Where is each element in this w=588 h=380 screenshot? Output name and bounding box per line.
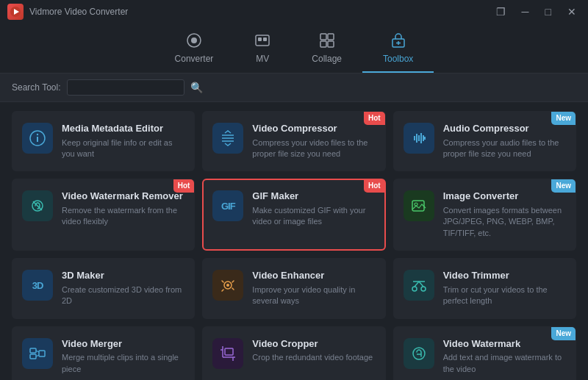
toolbox-icon bbox=[390, 32, 406, 51]
tool-card-video-merger[interactable]: Video MergerMerge multiple clips into a … bbox=[12, 326, 195, 380]
tab-toolbox-label: Toolbox bbox=[383, 54, 413, 64]
tool-card-video-trimmer[interactable]: Video TrimmerTrim or cut your videos to … bbox=[393, 258, 576, 318]
tool-text-video-merger: Video MergerMerge multiple clips into a … bbox=[62, 338, 184, 375]
tool-text-video-cropper: Video CropperCrop the redundant video fo… bbox=[252, 338, 375, 364]
title-bar-left: Vidmore Video Converter bbox=[7, 4, 128, 20]
tool-desc-3d-maker: Create customized 3D video from 2D bbox=[62, 284, 184, 307]
tool-desc-video-cropper: Crop the redundant video footage bbox=[252, 352, 375, 363]
icon-3d-maker: 3D bbox=[22, 270, 53, 301]
maximize-icon[interactable]: □ bbox=[541, 4, 556, 19]
svg-rect-40 bbox=[39, 351, 45, 356]
search-icon[interactable]: 🔍 bbox=[190, 82, 203, 93]
svg-rect-7 bbox=[320, 34, 326, 40]
badge-video-compressor: Hot bbox=[364, 112, 385, 125]
tool-card-3d-maker[interactable]: 3D3D MakerCreate customized 3D video fro… bbox=[12, 258, 195, 318]
title-bar: Vidmore Video Converter ❐ ─ □ ✕ bbox=[0, 0, 588, 24]
tool-text-media-metadata: Media Metadata EditorKeep original file … bbox=[62, 123, 184, 159]
tab-toolbox[interactable]: Toolbox bbox=[362, 26, 434, 73]
tool-name-3d-maker: 3D Maker bbox=[62, 270, 184, 282]
icon-video-trimmer bbox=[404, 270, 434, 301]
tool-card-video-compressor[interactable]: Hot Video CompressorCompress your video … bbox=[202, 111, 385, 171]
icon-video-cropper bbox=[212, 338, 243, 369]
svg-rect-29 bbox=[412, 201, 424, 211]
tool-name-audio-compressor: Audio Compressor bbox=[443, 123, 566, 135]
nav-tabs: Converter MV Collage bbox=[0, 24, 588, 74]
icon-gif-maker: GIF bbox=[212, 190, 243, 221]
tool-grid: Media Metadata EditorKeep original file … bbox=[0, 102, 588, 380]
restore-icon[interactable]: ❐ bbox=[492, 4, 510, 19]
tool-desc-video-trimmer: Trim or cut your videos to the perfect l… bbox=[443, 284, 566, 307]
tool-card-audio-compressor[interactable]: New Audio CompressorCompress your audio … bbox=[393, 111, 576, 171]
tool-text-image-converter: Image ConverterConvert images formats be… bbox=[443, 190, 566, 239]
tool-text-audio-compressor: Audio CompressorCompress your audio file… bbox=[443, 123, 566, 159]
collage-icon bbox=[319, 32, 335, 51]
badge-video-watermark: New bbox=[551, 327, 576, 340]
svg-rect-5 bbox=[258, 37, 262, 41]
tool-card-image-converter[interactable]: New Image ConverterConvert images format… bbox=[393, 179, 576, 251]
tool-desc-video-watermark-remover: Remove the watermark from the video flex… bbox=[62, 205, 184, 228]
tool-card-video-enhancer[interactable]: Video EnhancerImprove your video quality… bbox=[202, 258, 385, 318]
tool-card-video-watermark[interactable]: New Video WatermarkAdd text and image wa… bbox=[393, 326, 576, 380]
tab-converter[interactable]: Converter bbox=[154, 26, 234, 73]
tool-name-media-metadata: Media Metadata Editor bbox=[62, 123, 184, 135]
icon-video-merger bbox=[22, 338, 53, 369]
tool-name-video-watermark-remover: Video Watermark Remover bbox=[62, 190, 184, 202]
tool-text-3d-maker: 3D MakerCreate customized 3D video from … bbox=[62, 270, 184, 306]
tool-text-video-compressor: Video CompressorCompress your video file… bbox=[252, 123, 375, 159]
tool-name-video-trimmer: Video Trimmer bbox=[443, 270, 566, 282]
svg-line-35 bbox=[415, 282, 419, 287]
svg-point-32 bbox=[226, 284, 229, 287]
app-logo bbox=[7, 4, 24, 20]
tool-text-video-watermark: Video WatermarkAdd text and image waterm… bbox=[443, 338, 566, 375]
tab-mv[interactable]: MV bbox=[234, 26, 291, 73]
tool-name-gif-maker: GIF Maker bbox=[252, 190, 375, 202]
svg-point-34 bbox=[421, 287, 426, 291]
icon-video-watermark bbox=[404, 338, 434, 369]
app-title: Vidmore Video Converter bbox=[29, 7, 128, 17]
converter-icon bbox=[186, 32, 202, 51]
search-input[interactable] bbox=[67, 79, 184, 96]
tool-name-video-enhancer: Video Enhancer bbox=[252, 270, 375, 282]
tab-collage[interactable]: Collage bbox=[291, 26, 362, 73]
tool-text-gif-maker: GIF MakerMake customized GIF with your v… bbox=[252, 190, 375, 227]
minimize-icon[interactable]: ─ bbox=[517, 4, 534, 19]
tool-desc-video-enhancer: Improve your video quality in several wa… bbox=[252, 284, 375, 307]
tool-desc-gif-maker: Make customized GIF with your video or i… bbox=[252, 205, 375, 228]
badge-video-watermark-remover: Hot bbox=[173, 179, 195, 193]
badge-gif-maker: Hot bbox=[364, 179, 385, 193]
svg-point-3 bbox=[191, 37, 197, 43]
tool-desc-video-watermark: Add text and image watermark to the vide… bbox=[443, 352, 566, 375]
search-bar: Search Tool: 🔍 bbox=[0, 74, 588, 102]
icon-image-converter bbox=[404, 190, 434, 221]
tool-desc-video-compressor: Compress your video files to the proper … bbox=[252, 137, 375, 160]
svg-point-33 bbox=[412, 287, 417, 291]
svg-line-36 bbox=[419, 282, 423, 287]
tool-desc-media-metadata: Keep original file info or edit as you w… bbox=[62, 137, 184, 160]
svg-rect-4 bbox=[256, 35, 269, 46]
tool-name-video-cropper: Video Cropper bbox=[252, 338, 375, 350]
tool-card-video-cropper[interactable]: Video CropperCrop the redundant video fo… bbox=[202, 326, 385, 380]
svg-rect-10 bbox=[328, 41, 334, 47]
icon-audio-compressor bbox=[404, 123, 434, 154]
svg-rect-9 bbox=[320, 41, 326, 47]
icon-video-enhancer bbox=[212, 270, 243, 301]
tool-text-video-trimmer: Video TrimmerTrim or cut your videos to … bbox=[443, 270, 566, 306]
tool-card-video-watermark-remover[interactable]: Hot Video Watermark RemoverRemove the wa… bbox=[12, 179, 195, 251]
tool-name-video-merger: Video Merger bbox=[62, 338, 184, 350]
tab-mv-label: MV bbox=[256, 54, 269, 64]
close-icon[interactable]: ✕ bbox=[563, 4, 581, 19]
tool-card-media-metadata[interactable]: Media Metadata EditorKeep original file … bbox=[12, 111, 195, 171]
icon-media-metadata bbox=[22, 123, 53, 154]
mv-icon bbox=[254, 32, 270, 51]
tab-converter-label: Converter bbox=[175, 54, 214, 64]
svg-rect-39 bbox=[30, 354, 36, 359]
badge-image-converter: New bbox=[551, 179, 576, 193]
tool-name-image-converter: Image Converter bbox=[443, 190, 566, 202]
svg-rect-6 bbox=[263, 37, 267, 41]
badge-audio-compressor: New bbox=[551, 112, 576, 125]
tool-text-video-enhancer: Video EnhancerImprove your video quality… bbox=[252, 270, 375, 306]
tool-card-gif-maker[interactable]: HotGIFGIF MakerMake customized GIF with … bbox=[202, 179, 385, 251]
tool-desc-image-converter: Convert images formats between JPG/JPEG,… bbox=[443, 205, 566, 239]
search-label: Search Tool: bbox=[12, 82, 61, 93]
tool-text-video-watermark-remover: Video Watermark RemoverRemove the waterm… bbox=[62, 190, 184, 227]
